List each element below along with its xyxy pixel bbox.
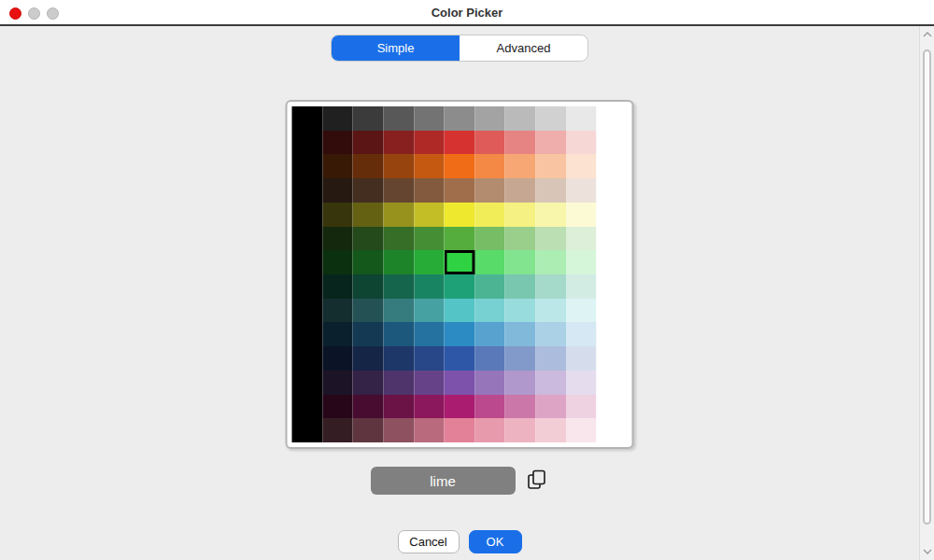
palette-cell[interactable]	[597, 418, 628, 442]
palette-cell[interactable]	[414, 299, 445, 323]
palette-cell[interactable]	[383, 227, 414, 251]
palette-cell[interactable]	[383, 322, 414, 346]
palette-cell[interactable]	[566, 227, 597, 251]
palette-cell[interactable]	[597, 178, 628, 203]
palette-cell[interactable]	[505, 178, 536, 203]
palette-cell[interactable]	[566, 395, 597, 419]
palette-cell[interactable]	[322, 203, 353, 227]
palette-cell[interactable]	[353, 131, 384, 155]
palette-cell[interactable]	[292, 227, 323, 251]
palette-cell[interactable]	[536, 322, 567, 346]
palette-cell[interactable]	[353, 203, 384, 227]
palette-cell[interactable]	[383, 346, 414, 371]
palette-cell[interactable]	[292, 299, 323, 323]
palette-cell[interactable]	[597, 395, 628, 419]
palette-cell[interactable]	[445, 274, 475, 299]
tab-simple[interactable]: Simple	[332, 35, 460, 61]
palette-cell[interactable]	[414, 203, 445, 227]
palette-cell[interactable]	[322, 106, 353, 131]
palette-cell[interactable]	[383, 131, 414, 155]
palette-cell[interactable]	[414, 322, 445, 346]
palette-cell[interactable]	[322, 227, 353, 251]
palette-cell[interactable]	[414, 418, 445, 442]
palette-cell[interactable]	[566, 346, 597, 371]
palette-cell[interactable]	[536, 299, 567, 323]
palette-cell[interactable]	[505, 371, 536, 395]
palette-cell[interactable]	[597, 203, 628, 227]
palette-cell[interactable]	[292, 274, 323, 299]
palette-cell[interactable]	[566, 106, 597, 131]
palette-cell[interactable]	[474, 322, 505, 346]
palette-cell[interactable]	[292, 346, 323, 371]
palette-cell[interactable]	[474, 154, 505, 178]
ok-button[interactable]: OK	[469, 530, 522, 553]
palette-cell[interactable]	[353, 322, 384, 346]
palette-cell[interactable]	[292, 178, 323, 203]
palette-cell[interactable]	[445, 106, 475, 131]
palette-cell[interactable]	[353, 227, 384, 251]
palette-cell[interactable]	[353, 346, 384, 371]
palette-cell[interactable]	[474, 371, 505, 395]
palette-cell[interactable]	[414, 131, 445, 155]
palette-cell[interactable]	[536, 346, 567, 371]
palette-cell[interactable]	[383, 203, 414, 227]
palette-cell[interactable]	[383, 418, 414, 442]
palette-cell[interactable]	[536, 418, 567, 442]
palette-cell[interactable]	[566, 371, 597, 395]
palette-cell[interactable]	[566, 154, 597, 178]
palette-cell[interactable]	[536, 371, 567, 395]
palette-cell[interactable]	[445, 395, 475, 419]
palette-cell[interactable]	[505, 274, 536, 299]
palette-cell[interactable]	[445, 154, 475, 178]
palette-cell[interactable]	[474, 131, 505, 155]
palette-cell[interactable]	[322, 346, 353, 371]
palette-cell[interactable]	[474, 106, 505, 131]
palette-cell[interactable]	[383, 299, 414, 323]
palette-cell[interactable]	[292, 371, 323, 395]
palette-cell[interactable]	[292, 250, 323, 274]
palette-cell[interactable]	[353, 299, 384, 323]
palette-cell[interactable]	[445, 203, 475, 227]
palette-cell[interactable]	[597, 299, 628, 323]
palette-cell[interactable]	[414, 395, 445, 419]
scroll-up-arrow-icon[interactable]	[920, 28, 934, 41]
palette-cell[interactable]	[474, 227, 505, 251]
palette-cell[interactable]	[566, 203, 597, 227]
palette-cell[interactable]	[505, 203, 536, 227]
palette-cell[interactable]	[536, 154, 567, 178]
palette-cell[interactable]	[322, 395, 353, 419]
palette-cell[interactable]	[597, 154, 628, 178]
scrollbar-thumb[interactable]	[923, 49, 931, 525]
palette-cell[interactable]	[474, 395, 505, 419]
palette-cell[interactable]	[353, 250, 384, 274]
palette-cell[interactable]	[383, 154, 414, 178]
palette-cell[interactable]	[292, 322, 323, 346]
palette-cell[interactable]	[566, 250, 597, 274]
palette-cell[interactable]	[597, 274, 628, 299]
palette-cell[interactable]	[474, 346, 505, 371]
palette-cell[interactable]	[566, 274, 597, 299]
palette-cell[interactable]	[445, 346, 475, 371]
palette-cell[interactable]	[414, 154, 445, 178]
palette-cell[interactable]	[322, 250, 353, 274]
palette-cell[interactable]	[536, 178, 567, 203]
palette-cell[interactable]	[505, 227, 536, 251]
cancel-button[interactable]: Cancel	[398, 530, 460, 553]
palette-cell[interactable]	[353, 395, 384, 419]
palette-cell[interactable]	[414, 346, 445, 371]
palette-cell[interactable]	[536, 250, 567, 274]
palette-cell[interactable]	[566, 178, 597, 203]
palette-cell[interactable]	[292, 154, 323, 178]
palette-cell[interactable]	[536, 131, 567, 155]
tab-advanced[interactable]: Advanced	[460, 35, 587, 61]
palette-cell[interactable]	[414, 227, 445, 251]
palette-cell[interactable]	[505, 299, 536, 323]
palette-cell[interactable]	[505, 346, 536, 371]
palette-cell[interactable]	[566, 322, 597, 346]
palette-cell[interactable]	[505, 322, 536, 346]
palette-cell[interactable]	[292, 418, 323, 442]
palette-cell[interactable]	[292, 203, 323, 227]
palette-cell[interactable]	[597, 346, 628, 371]
palette-cell[interactable]	[445, 299, 475, 323]
palette-cell[interactable]	[597, 250, 628, 274]
